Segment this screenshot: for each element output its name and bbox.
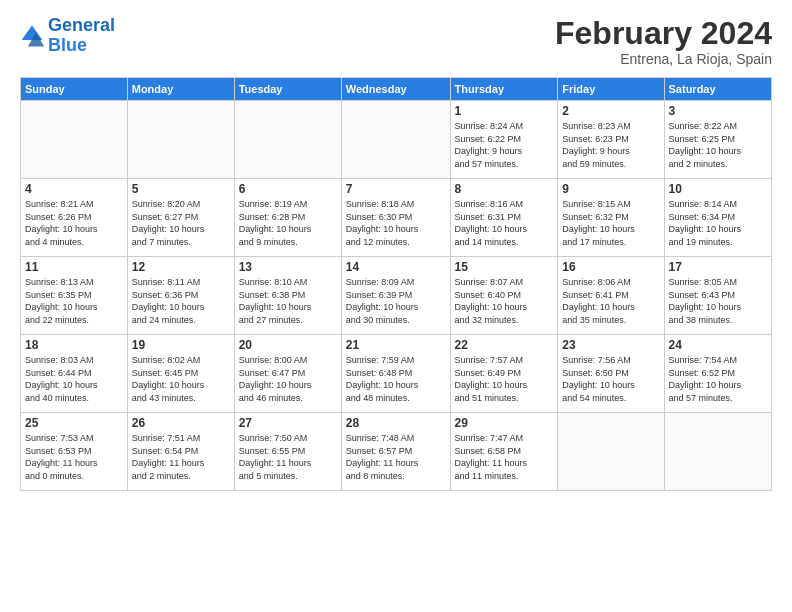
calendar-cell: 2Sunrise: 8:23 AM Sunset: 6:23 PM Daylig…	[558, 101, 664, 179]
header: General Blue February 2024 Entrena, La R…	[20, 16, 772, 67]
day-info: Sunrise: 8:03 AM Sunset: 6:44 PM Dayligh…	[25, 354, 123, 404]
day-number: 20	[239, 338, 337, 352]
calendar-week-1: 4Sunrise: 8:21 AM Sunset: 6:26 PM Daylig…	[21, 179, 772, 257]
calendar-cell: 3Sunrise: 8:22 AM Sunset: 6:25 PM Daylig…	[664, 101, 771, 179]
day-number: 5	[132, 182, 230, 196]
day-number: 2	[562, 104, 659, 118]
day-info: Sunrise: 7:48 AM Sunset: 6:57 PM Dayligh…	[346, 432, 446, 482]
logo-text: General Blue	[48, 16, 115, 56]
calendar-cell: 16Sunrise: 8:06 AM Sunset: 6:41 PM Dayli…	[558, 257, 664, 335]
day-info: Sunrise: 8:00 AM Sunset: 6:47 PM Dayligh…	[239, 354, 337, 404]
calendar-cell: 13Sunrise: 8:10 AM Sunset: 6:38 PM Dayli…	[234, 257, 341, 335]
logo-blue: Blue	[48, 35, 87, 55]
day-info: Sunrise: 8:10 AM Sunset: 6:38 PM Dayligh…	[239, 276, 337, 326]
day-number: 12	[132, 260, 230, 274]
day-info: Sunrise: 8:15 AM Sunset: 6:32 PM Dayligh…	[562, 198, 659, 248]
day-info: Sunrise: 7:51 AM Sunset: 6:54 PM Dayligh…	[132, 432, 230, 482]
calendar-cell: 25Sunrise: 7:53 AM Sunset: 6:53 PM Dayli…	[21, 413, 128, 491]
day-info: Sunrise: 8:06 AM Sunset: 6:41 PM Dayligh…	[562, 276, 659, 326]
title-section: February 2024 Entrena, La Rioja, Spain	[555, 16, 772, 67]
day-number: 8	[455, 182, 554, 196]
col-sunday: Sunday	[21, 78, 128, 101]
col-tuesday: Tuesday	[234, 78, 341, 101]
day-number: 14	[346, 260, 446, 274]
day-info: Sunrise: 7:47 AM Sunset: 6:58 PM Dayligh…	[455, 432, 554, 482]
day-number: 23	[562, 338, 659, 352]
day-info: Sunrise: 8:14 AM Sunset: 6:34 PM Dayligh…	[669, 198, 767, 248]
day-number: 6	[239, 182, 337, 196]
day-number: 11	[25, 260, 123, 274]
calendar-cell: 6Sunrise: 8:19 AM Sunset: 6:28 PM Daylig…	[234, 179, 341, 257]
subtitle: Entrena, La Rioja, Spain	[555, 51, 772, 67]
day-number: 25	[25, 416, 123, 430]
day-info: Sunrise: 8:21 AM Sunset: 6:26 PM Dayligh…	[25, 198, 123, 248]
day-number: 1	[455, 104, 554, 118]
day-info: Sunrise: 7:59 AM Sunset: 6:48 PM Dayligh…	[346, 354, 446, 404]
col-monday: Monday	[127, 78, 234, 101]
day-number: 4	[25, 182, 123, 196]
calendar-cell: 15Sunrise: 8:07 AM Sunset: 6:40 PM Dayli…	[450, 257, 558, 335]
day-info: Sunrise: 7:53 AM Sunset: 6:53 PM Dayligh…	[25, 432, 123, 482]
calendar-week-3: 18Sunrise: 8:03 AM Sunset: 6:44 PM Dayli…	[21, 335, 772, 413]
calendar-cell	[234, 101, 341, 179]
day-number: 3	[669, 104, 767, 118]
day-number: 27	[239, 416, 337, 430]
calendar-week-4: 25Sunrise: 7:53 AM Sunset: 6:53 PM Dayli…	[21, 413, 772, 491]
calendar-cell: 21Sunrise: 7:59 AM Sunset: 6:48 PM Dayli…	[341, 335, 450, 413]
logo-icon	[20, 24, 44, 48]
day-number: 21	[346, 338, 446, 352]
calendar-cell: 17Sunrise: 8:05 AM Sunset: 6:43 PM Dayli…	[664, 257, 771, 335]
page: General Blue February 2024 Entrena, La R…	[0, 0, 792, 612]
day-info: Sunrise: 8:13 AM Sunset: 6:35 PM Dayligh…	[25, 276, 123, 326]
day-number: 19	[132, 338, 230, 352]
calendar-cell: 29Sunrise: 7:47 AM Sunset: 6:58 PM Dayli…	[450, 413, 558, 491]
day-info: Sunrise: 8:05 AM Sunset: 6:43 PM Dayligh…	[669, 276, 767, 326]
day-info: Sunrise: 8:23 AM Sunset: 6:23 PM Dayligh…	[562, 120, 659, 170]
calendar-cell: 26Sunrise: 7:51 AM Sunset: 6:54 PM Dayli…	[127, 413, 234, 491]
calendar-cell: 24Sunrise: 7:54 AM Sunset: 6:52 PM Dayli…	[664, 335, 771, 413]
main-title: February 2024	[555, 16, 772, 51]
calendar-cell: 19Sunrise: 8:02 AM Sunset: 6:45 PM Dayli…	[127, 335, 234, 413]
calendar-cell	[21, 101, 128, 179]
day-number: 13	[239, 260, 337, 274]
calendar-cell: 18Sunrise: 8:03 AM Sunset: 6:44 PM Dayli…	[21, 335, 128, 413]
day-info: Sunrise: 8:11 AM Sunset: 6:36 PM Dayligh…	[132, 276, 230, 326]
calendar-cell: 7Sunrise: 8:18 AM Sunset: 6:30 PM Daylig…	[341, 179, 450, 257]
day-number: 22	[455, 338, 554, 352]
day-number: 18	[25, 338, 123, 352]
calendar-cell: 22Sunrise: 7:57 AM Sunset: 6:49 PM Dayli…	[450, 335, 558, 413]
calendar-cell: 27Sunrise: 7:50 AM Sunset: 6:55 PM Dayli…	[234, 413, 341, 491]
day-number: 10	[669, 182, 767, 196]
calendar-cell	[127, 101, 234, 179]
calendar-week-0: 1Sunrise: 8:24 AM Sunset: 6:22 PM Daylig…	[21, 101, 772, 179]
day-info: Sunrise: 8:02 AM Sunset: 6:45 PM Dayligh…	[132, 354, 230, 404]
calendar-cell: 14Sunrise: 8:09 AM Sunset: 6:39 PM Dayli…	[341, 257, 450, 335]
day-info: Sunrise: 7:50 AM Sunset: 6:55 PM Dayligh…	[239, 432, 337, 482]
svg-marker-0	[22, 25, 43, 39]
day-info: Sunrise: 8:22 AM Sunset: 6:25 PM Dayligh…	[669, 120, 767, 170]
day-number: 16	[562, 260, 659, 274]
calendar-cell	[341, 101, 450, 179]
calendar-week-2: 11Sunrise: 8:13 AM Sunset: 6:35 PM Dayli…	[21, 257, 772, 335]
logo-general: General	[48, 15, 115, 35]
calendar-cell: 10Sunrise: 8:14 AM Sunset: 6:34 PM Dayli…	[664, 179, 771, 257]
calendar-cell: 20Sunrise: 8:00 AM Sunset: 6:47 PM Dayli…	[234, 335, 341, 413]
calendar-cell: 4Sunrise: 8:21 AM Sunset: 6:26 PM Daylig…	[21, 179, 128, 257]
day-info: Sunrise: 8:09 AM Sunset: 6:39 PM Dayligh…	[346, 276, 446, 326]
calendar-table: Sunday Monday Tuesday Wednesday Thursday…	[20, 77, 772, 491]
calendar-header-row: Sunday Monday Tuesday Wednesday Thursday…	[21, 78, 772, 101]
day-number: 24	[669, 338, 767, 352]
day-number: 29	[455, 416, 554, 430]
day-info: Sunrise: 8:07 AM Sunset: 6:40 PM Dayligh…	[455, 276, 554, 326]
day-info: Sunrise: 8:20 AM Sunset: 6:27 PM Dayligh…	[132, 198, 230, 248]
day-info: Sunrise: 8:16 AM Sunset: 6:31 PM Dayligh…	[455, 198, 554, 248]
day-number: 26	[132, 416, 230, 430]
col-wednesday: Wednesday	[341, 78, 450, 101]
col-saturday: Saturday	[664, 78, 771, 101]
day-number: 9	[562, 182, 659, 196]
day-info: Sunrise: 7:56 AM Sunset: 6:50 PM Dayligh…	[562, 354, 659, 404]
day-number: 17	[669, 260, 767, 274]
day-number: 15	[455, 260, 554, 274]
calendar-cell: 28Sunrise: 7:48 AM Sunset: 6:57 PM Dayli…	[341, 413, 450, 491]
day-number: 7	[346, 182, 446, 196]
